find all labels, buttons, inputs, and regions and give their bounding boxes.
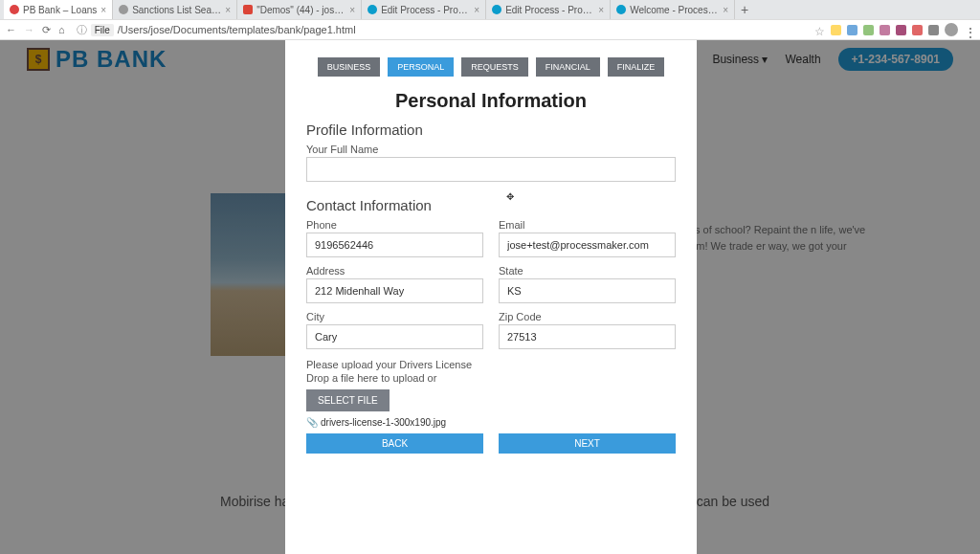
- section-profile: Profile Information: [306, 122, 676, 138]
- wizard-steps: BUSINESS PERSONAL REQUESTS FINANCIAL FIN…: [306, 57, 676, 77]
- info-icon: ⓘ: [77, 23, 87, 37]
- upload-drop-text: Drop a file here to upload or: [306, 372, 676, 384]
- tab-title: Edit Process - ProcessMaker: [381, 5, 470, 15]
- forward-icon[interactable]: →: [24, 24, 34, 36]
- url-field[interactable]: ⓘ File /Users/jose/Documents/templates/b…: [73, 23, 807, 37]
- tab-title: Edit Process - ProcessMaker: [505, 5, 594, 15]
- uploaded-file[interactable]: 📎 drivers-license-1-300x190.jpg: [306, 417, 676, 428]
- new-tab-button[interactable]: +: [735, 0, 754, 19]
- browser-tab[interactable]: "Demos" (44) - jose.maldona… ×: [237, 0, 362, 19]
- full-name-input[interactable]: [306, 157, 676, 182]
- favicon-icon: [616, 5, 626, 14]
- extension-icon[interactable]: [912, 25, 923, 35]
- step-financial[interactable]: FINANCIAL: [536, 57, 600, 77]
- browser-tab[interactable]: PB Bank – Loans ×: [4, 0, 113, 19]
- extension-icon[interactable]: [847, 25, 858, 35]
- close-icon[interactable]: ×: [349, 5, 355, 15]
- close-icon[interactable]: ×: [723, 5, 728, 15]
- star-icon[interactable]: ☆: [814, 25, 825, 35]
- tab-title: Welcome - ProcessMaker: [630, 5, 719, 15]
- tab-title: "Demos" (44) - jose.maldona…: [256, 5, 345, 15]
- modal-heading: Personal Information: [306, 90, 676, 112]
- close-icon[interactable]: ×: [474, 5, 479, 15]
- close-icon[interactable]: ×: [225, 5, 231, 15]
- menu-icon[interactable]: ⋮: [964, 25, 974, 35]
- full-name-label: Your Full Name: [306, 144, 676, 155]
- zip-input[interactable]: [499, 324, 676, 349]
- url-scheme: File: [91, 24, 114, 36]
- select-file-button[interactable]: SELECT FILE: [306, 389, 390, 411]
- url-path: /Users/jose/Documents/templates/bank/pag…: [118, 24, 356, 35]
- uploaded-file-name: drivers-license-1-300x190.jpg: [321, 417, 446, 428]
- address-bar: ← → ⟳ ⌂ ⓘ File /Users/jose/Documents/tem…: [0, 19, 980, 40]
- phone-input[interactable]: [306, 233, 483, 257]
- browser-tab[interactable]: Edit Process - ProcessMaker ×: [362, 0, 486, 19]
- favicon-icon: [492, 5, 501, 14]
- section-contact: Contact Information: [306, 197, 676, 213]
- reload-icon[interactable]: ⟳: [42, 24, 51, 36]
- profile-avatar-icon[interactable]: [945, 23, 958, 36]
- extension-icon[interactable]: [928, 25, 939, 35]
- close-icon[interactable]: ×: [598, 5, 604, 15]
- state-input[interactable]: [499, 278, 676, 303]
- step-requests[interactable]: REQUESTS: [461, 57, 528, 77]
- favicon-icon: [10, 5, 19, 14]
- favicon-icon: [119, 5, 128, 14]
- browser-tab-strip: PB Bank – Loans × Sanctions List Search …: [0, 0, 980, 19]
- step-personal[interactable]: PERSONAL: [388, 57, 454, 77]
- toolbar-icons: ☆ ⋮: [814, 23, 974, 36]
- back-icon[interactable]: ←: [6, 24, 16, 36]
- favicon-icon: [368, 5, 377, 14]
- step-business[interactable]: BUSINESS: [318, 57, 381, 77]
- close-icon[interactable]: ×: [100, 5, 106, 15]
- personal-info-modal: BUSINESS PERSONAL REQUESTS FINANCIAL FIN…: [285, 40, 697, 554]
- city-label: City: [306, 311, 483, 322]
- step-finalize[interactable]: FINALIZE: [608, 57, 665, 77]
- email-label: Email: [499, 219, 676, 231]
- paperclip-icon: 📎: [306, 417, 318, 428]
- next-button[interactable]: NEXT: [499, 433, 676, 454]
- favicon-icon: [243, 5, 253, 14]
- city-input[interactable]: [306, 324, 483, 349]
- browser-tab[interactable]: Welcome - ProcessMaker ×: [611, 0, 735, 19]
- zip-label: Zip Code: [499, 311, 676, 322]
- state-label: State: [499, 265, 676, 277]
- page-body: PB BANK al Business ▾ Wealth +1-234-567-…: [0, 40, 980, 554]
- tab-title: Sanctions List Search: [132, 5, 221, 15]
- upload-instruction: Please upload your Drivers License: [306, 359, 676, 370]
- email-input[interactable]: [499, 233, 676, 257]
- cursor-icon: ✥: [506, 191, 514, 202]
- extension-icon[interactable]: [863, 25, 874, 35]
- tab-title: PB Bank – Loans: [23, 5, 97, 15]
- phone-label: Phone: [306, 219, 483, 231]
- extension-icon[interactable]: [880, 25, 890, 35]
- back-button[interactable]: BACK: [306, 433, 483, 454]
- extension-icon[interactable]: [896, 25, 906, 35]
- address-input[interactable]: [306, 278, 483, 303]
- address-label: Address: [306, 265, 483, 277]
- browser-tab[interactable]: Edit Process - ProcessMaker ×: [486, 0, 611, 19]
- browser-tab[interactable]: Sanctions List Search ×: [113, 0, 237, 19]
- extension-icon[interactable]: [831, 25, 841, 35]
- home-icon[interactable]: ⌂: [58, 24, 65, 36]
